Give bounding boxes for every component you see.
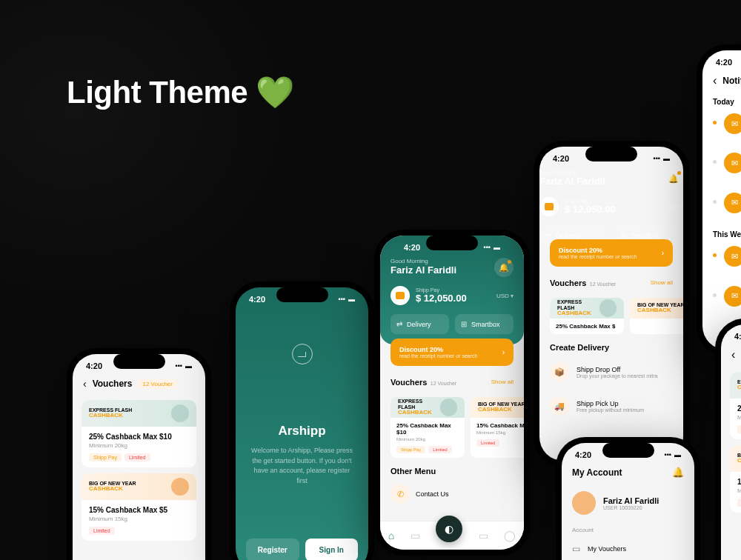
vouchers-heading: Vouchers <box>391 378 427 387</box>
status-bar: 4:20 <box>721 324 741 344</box>
phone-home: 4:20 •••▬ Good Morning Fariz Al Faridli … <box>374 230 530 556</box>
page-title: Light Theme 💚 <box>67 74 294 110</box>
discount-banner[interactable]: Discount 20% read the receipt number or … <box>391 339 514 366</box>
back-icon[interactable]: ‹ <box>731 348 735 361</box>
my-account-title: My Account <box>572 467 622 478</box>
tag-limited: Limited <box>89 527 115 535</box>
wallet-icon <box>391 286 410 305</box>
tag-limited: Limited <box>124 453 150 461</box>
voucher-card[interactable]: BIG OF NEW YEARCASHBACK <box>630 298 683 334</box>
notification-type-icon: ✉ <box>724 153 741 173</box>
notification-item[interactable]: ✉ We estimate th... at your shipping... … <box>702 145 741 184</box>
phone-account: 4:20•••▬ My Account 🔔 Fariz Al FaridliUS… <box>556 437 700 560</box>
voucher-card[interactable]: BIG OF NEW YEARCASHBACK 15% Cashback Ma … <box>471 397 524 458</box>
show-all-link[interactable]: Show all <box>491 379 514 385</box>
voucher-card[interactable]: EXPRESS FLASHCASHBACK 25% Cashback Max $… <box>82 400 196 467</box>
notification-item[interactable]: ✉ Your tracking nu... which can be us...… <box>702 106 741 145</box>
show-all-link[interactable]: Show all <box>651 279 673 286</box>
delivery-icon: ⇄ <box>396 320 402 328</box>
account-profile[interactable]: Fariz Al FaridliUSER 10039220 <box>562 482 694 524</box>
notification-type-icon: ✉ <box>724 246 741 267</box>
other-menu-heading: Other Menu <box>391 467 514 476</box>
voucher-graphic <box>171 404 189 422</box>
avatar <box>572 491 596 515</box>
voucher-card[interactable]: EXPRESS FLASHCASHBACK 25% Cashback Max $… <box>391 397 465 458</box>
nav-receipt-icon[interactable]: ▭ <box>411 530 420 541</box>
phone-login: 4:20 •••▬ Arshipp Welcome to Arshipp, Pl… <box>230 281 374 560</box>
my-vouchers-item[interactable]: ▭ My Vouchers <box>562 536 694 560</box>
voucher-card[interactable]: EXPRESS FLASHCASHBACK 25% Cashback Max M… <box>730 372 741 439</box>
balance-label: Shipp Pay <box>416 287 491 293</box>
currency-selector[interactable]: USD ▾ <box>496 293 514 299</box>
voucher-graphic <box>171 478 189 496</box>
pickup-icon: 🚚 <box>550 396 569 416</box>
voucher-title: 25% Cashback Max $10 <box>89 433 189 441</box>
voucher-count-badge: 12 Voucher <box>138 379 176 389</box>
nav-fab-button[interactable]: ◐ <box>436 516 462 542</box>
app-logo-icon <box>292 344 313 364</box>
back-icon[interactable]: ‹ <box>83 378 87 390</box>
vouchers-title: Vouchers <box>93 379 133 389</box>
back-icon[interactable]: ‹ <box>713 74 717 87</box>
user-name: Fariz Al Faridli <box>391 264 456 276</box>
drop-off-item[interactable]: 📦 Shipp Drop OffDrop your package to nea… <box>539 355 683 389</box>
smartbox-button[interactable]: ⊞Smartbox <box>455 314 514 334</box>
voucher-card[interactable]: EXPRESS FLASHCASHBACK 25% Cashback Max $ <box>550 298 624 334</box>
app-description: Welcome to Arshipp, Please press the get… <box>250 446 353 486</box>
account-section-label: Account <box>562 524 694 536</box>
currency-selector[interactable]: USD ▾ <box>666 204 683 210</box>
voucher-icon: ▭ <box>572 544 580 554</box>
nav-profile-icon[interactable]: ◯ <box>504 530 516 541</box>
notification-type-icon: ✉ <box>724 113 741 134</box>
nav-chat-icon[interactable]: ▭ <box>479 530 488 541</box>
phone-notifications: 4:20•••▬ ‹ Notification 12 Un Today ✉ Yo… <box>697 44 741 356</box>
notification-item[interactable]: ✉ Your package h... destination⏱ 12 hour… <box>702 185 741 224</box>
today-label: Today <box>702 92 741 106</box>
voucher-subtitle: Minimum 15kg <box>89 516 189 522</box>
heart-icon: 💚 <box>256 75 294 110</box>
voucher-card[interactable]: BIG OF NEW YEARCASHBACK 15% Cashback Max… <box>82 473 196 541</box>
bottom-nav: ⌂ ▭ ◐ ▭ ◯ <box>380 521 524 550</box>
notification-item[interactable]: ✉ Your tracking nu... which can be u... … <box>702 239 741 278</box>
dropoff-icon: 📦 <box>550 362 569 381</box>
notification-type-icon: ✉ <box>724 193 741 213</box>
chevron-right-icon: › <box>662 249 664 257</box>
voucher-title: 15% Cashback Max $5 <box>89 506 189 514</box>
wallet-icon <box>539 197 559 216</box>
discount-banner[interactable]: Discount 20%read the receipt number or s… <box>550 239 673 267</box>
signin-button[interactable]: Sign In <box>305 539 359 560</box>
voucher-subtitle: Minimum 20kg <box>89 442 189 449</box>
phone-home-scrolled: 4:20•••▬ Good MorningFariz Al Faridli 🔔 … <box>534 141 689 467</box>
notification-type-icon: ✉ <box>724 286 741 307</box>
chevron-right-icon: › <box>502 348 505 356</box>
notification-bell-icon[interactable]: 🔔 <box>664 169 683 188</box>
notification-title: Notification <box>722 76 741 86</box>
status-bar: 4:20•••▬ <box>702 50 741 70</box>
balance-amount: $ 12,050.00 <box>416 293 491 304</box>
notification-item[interactable]: ✉ We estimate th... at your shipping...⏱… <box>702 279 741 318</box>
unread-dot-icon <box>713 121 717 124</box>
notification-bell-icon[interactable]: 🔔 <box>494 258 514 277</box>
contact-us-item[interactable]: ✆ Contact Us <box>380 479 524 510</box>
nav-home-icon[interactable]: ⌂ <box>388 530 394 541</box>
voucher-card[interactable]: BIG OF NEW YEARCASHBACK 15% Cashback Max… <box>730 445 741 513</box>
app-name: Arshipp <box>278 424 325 439</box>
phone-icon: ✆ <box>391 484 410 504</box>
tag-shipp-pay: Shipp Pay <box>89 453 122 461</box>
phone-vouchers: 4:20 •••▬ ‹ Vouchers 12 Voucher EXPRESS … <box>67 348 211 560</box>
phone-vouchers-right: 4:20 ‹ Vouchers 12 Vouc EXPRESS FLASHCAS… <box>715 319 741 560</box>
notification-bell-icon[interactable]: 🔔 <box>672 467 684 478</box>
delivery-button[interactable]: ⇄Delivery <box>391 314 449 334</box>
thisweek-label: This Week <box>702 224 741 239</box>
smartbox-icon: ⊞ <box>461 320 467 328</box>
create-delivery-heading: Create Delivery <box>550 343 673 352</box>
greeting: Good Morning <box>391 258 456 264</box>
register-button[interactable]: Register <box>246 539 299 560</box>
pickup-item[interactable]: 🚚 Shipp Pick UpFree pickup without minim… <box>539 389 683 423</box>
